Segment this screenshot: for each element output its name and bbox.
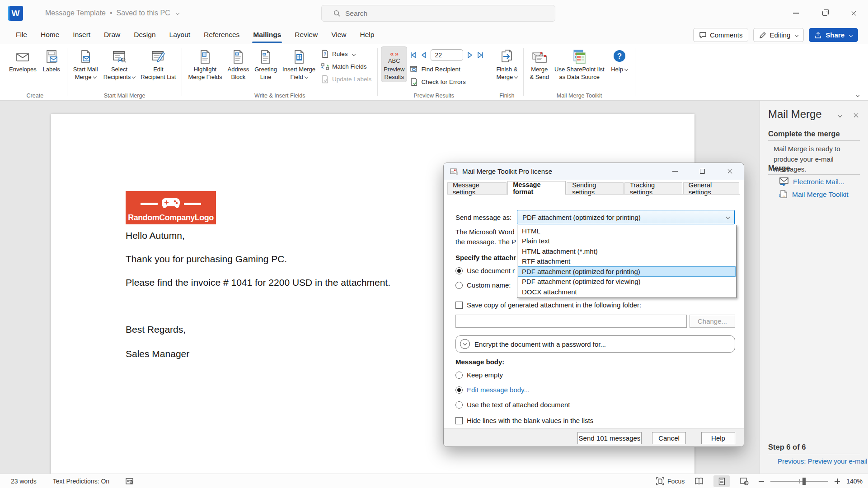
share-button[interactable]: Share: [809, 28, 858, 42]
document-title-text: Message Template: [45, 9, 106, 17]
dialog-close-button[interactable]: [716, 163, 744, 180]
option-html-attachment[interactable]: HTML attachment (*.mht): [518, 246, 736, 256]
text-predictions[interactable]: Text Predictions: On: [53, 478, 109, 485]
send-message-as-select[interactable]: PDF attachment (optimized for printing): [517, 210, 735, 224]
tab-sending-settings[interactable]: Sending settings: [567, 182, 624, 195]
tab-file[interactable]: File: [9, 26, 34, 44]
zoom-slider-thumb[interactable]: [802, 478, 806, 485]
tab-help[interactable]: Help: [353, 26, 381, 44]
tab-tracking-settings[interactable]: Tracking settings: [624, 182, 682, 195]
minimize-button[interactable]: [781, 0, 810, 26]
editing-button[interactable]: Editing: [753, 28, 804, 42]
tab-references[interactable]: References: [197, 26, 246, 44]
send-messages-button[interactable]: Send 101 messages: [577, 432, 642, 444]
last-record-icon[interactable]: [477, 51, 484, 59]
search-input[interactable]: Search: [321, 5, 555, 22]
zoom-slider[interactable]: [770, 481, 828, 482]
option-docx-attachment[interactable]: DOCX attachment: [518, 287, 736, 297]
tab-mailings[interactable]: Mailings: [246, 26, 288, 44]
cancel-button[interactable]: Cancel: [652, 432, 686, 444]
find-recipient-button[interactable]: Find Recipient: [407, 64, 487, 74]
focus-mode-button[interactable]: Focus: [656, 477, 685, 485]
keep-empty-radio[interactable]: Keep empty: [455, 371, 503, 379]
task-pane-menu-icon[interactable]: [838, 113, 842, 117]
next-record-icon[interactable]: [466, 51, 474, 59]
tab-design[interactable]: Design: [127, 26, 162, 44]
folder-path-field[interactable]: [455, 315, 687, 328]
minimize-icon: [793, 13, 799, 14]
select-recipients-button[interactable]: Select Recipients: [101, 46, 138, 82]
edit-message-body-link[interactable]: Edit message body...: [467, 386, 530, 394]
edit-recipient-list-button[interactable]: Edit Recipient List: [138, 46, 178, 82]
update-labels-label: Update Labels: [332, 76, 371, 83]
electronic-mail-link[interactable]: Electronic Mail...: [779, 177, 845, 186]
rules-button[interactable]: ? Rules: [318, 49, 374, 59]
message-body-label: Message body:: [455, 358, 504, 366]
previous-step-link[interactable]: Previous: Preview your e-mail m: [774, 457, 868, 465]
start-mail-merge-button[interactable]: Start Mail Merge: [70, 46, 101, 82]
chevron-down-icon[interactable]: [176, 11, 179, 15]
option-plain-text[interactable]: Plain text: [518, 236, 736, 246]
print-layout-button[interactable]: [713, 475, 730, 487]
zoom-in-icon[interactable]: [835, 479, 840, 484]
option-pdf-viewing[interactable]: PDF attachment (optimized for viewing): [518, 277, 736, 287]
merge-and-send-button[interactable]: Merge & Send: [527, 46, 552, 82]
option-html[interactable]: HTML: [518, 226, 736, 236]
tab-view[interactable]: View: [324, 26, 353, 44]
dialog-help-button[interactable]: Help: [701, 432, 735, 444]
custom-name-radio[interactable]: Custom name:: [455, 281, 511, 289]
tab-insert[interactable]: Insert: [66, 26, 97, 44]
zoom-out-icon[interactable]: [759, 481, 764, 482]
tab-review[interactable]: Review: [288, 26, 324, 44]
tab-home[interactable]: Home: [34, 26, 66, 44]
highlight-merge-fields-button[interactable]: Highlight Merge Fields: [185, 46, 225, 82]
insert-merge-field-button[interactable]: Insert Merge Field: [280, 46, 318, 82]
zoom-level[interactable]: 140%: [846, 478, 863, 485]
help-button[interactable]: ? Help: [607, 46, 632, 75]
company-logo[interactable]: RandomCompanyLogo: [126, 191, 216, 224]
finish-merge-button[interactable]: Finish & Merge: [493, 46, 520, 82]
update-labels-button[interactable]: Update Labels: [318, 74, 374, 84]
accessibility-checker-icon[interactable]: [126, 478, 134, 485]
sharepoint-list-button[interactable]: Use SharePoint list as Data Source: [552, 46, 607, 82]
word-count[interactable]: 23 words: [11, 478, 37, 485]
close-button[interactable]: [839, 0, 868, 26]
tab-layout[interactable]: Layout: [163, 26, 197, 44]
option-pdf-printing[interactable]: PDF attachment (optimized for printing): [518, 266, 736, 277]
greeting-line-button[interactable]: Greeting Line: [252, 46, 280, 82]
match-fields-button[interactable]: Match Fields: [318, 61, 374, 72]
mail-merge-toolkit-link[interactable]: Mail Merge Toolkit: [779, 190, 849, 199]
dialog-minimize-button[interactable]: [661, 163, 689, 180]
previous-record-icon[interactable]: [420, 51, 427, 59]
labels-button[interactable]: Labels: [39, 46, 64, 75]
collapse-ribbon-icon[interactable]: [856, 93, 859, 97]
read-mode-button[interactable]: [691, 475, 707, 487]
tab-general-settings[interactable]: General settings: [683, 182, 739, 195]
use-attached-text-radio[interactable]: Use the text of attached document: [455, 401, 570, 409]
use-document-name-radio[interactable]: Use document n: [455, 267, 515, 274]
dialog-maximize-button[interactable]: [689, 163, 716, 180]
encrypt-expander[interactable]: Encrypt the document with a password for…: [455, 335, 735, 353]
tab-message-format[interactable]: Message format: [507, 181, 566, 195]
document-title[interactable]: Message Template • Saved to this PC: [45, 0, 179, 26]
restore-button[interactable]: [810, 0, 839, 26]
save-copy-checkbox[interactable]: Save copy of generated attachment in the…: [455, 301, 641, 309]
edit-message-body-radio[interactable]: Edit message body...: [455, 386, 530, 394]
hide-blank-lines-checkbox[interactable]: Hide lines with the blank values in the …: [455, 417, 593, 424]
tab-message-settings[interactable]: Message settings: [447, 182, 507, 195]
change-folder-button[interactable]: Change...: [690, 315, 735, 328]
check-for-errors-button[interactable]: Check for Errors: [407, 77, 487, 87]
task-pane-close-icon[interactable]: [853, 112, 859, 118]
envelopes-button[interactable]: Envelopes: [6, 46, 39, 75]
option-rtf-attachment[interactable]: RTF attachment: [518, 256, 736, 267]
first-record-icon[interactable]: [410, 51, 417, 59]
find-recipient-label: Find Recipient: [421, 66, 460, 73]
record-number-input[interactable]: [431, 49, 463, 61]
web-layout-button[interactable]: [736, 475, 752, 487]
preview-results-button[interactable]: « » ABC Preview Results: [381, 46, 407, 82]
tab-draw[interactable]: Draw: [97, 26, 127, 44]
comments-button[interactable]: Comments: [693, 28, 749, 42]
send-message-as-label: Send message as:: [455, 214, 511, 221]
word-app-icon[interactable]: W: [8, 6, 23, 21]
address-block-button[interactable]: Address Block: [225, 46, 252, 82]
